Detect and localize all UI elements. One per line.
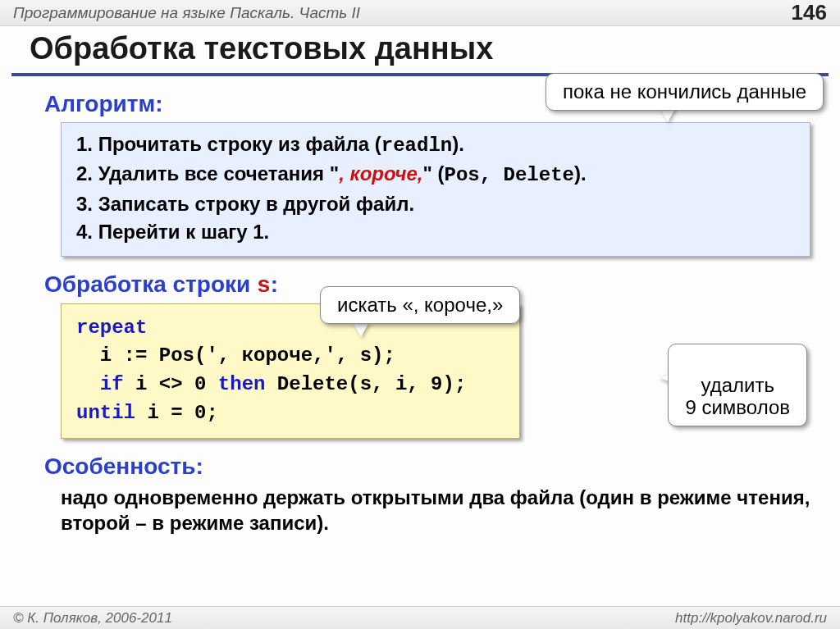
title-row: Обработка текстовых данных (0, 26, 840, 71)
var-s: s (257, 273, 271, 299)
code-inline: Delete (504, 164, 574, 186)
keyword-repeat: repeat (76, 317, 147, 339)
code-text: Delete(s, i, 9); (265, 373, 466, 395)
callout-search: искать «, короче,» (320, 286, 520, 324)
section-feature-label: Особенность: (44, 454, 817, 480)
algo-step-4: 4. Перейти к шагу 1. (76, 219, 795, 245)
callout-text: искать «, короче,» (337, 294, 503, 316)
algo-step-3: 3. Записать строку в другой файл. (76, 191, 795, 217)
keyword-if: if (100, 373, 124, 395)
callout-loop-condition: пока не кончились данные (546, 73, 824, 111)
text: ). (452, 133, 464, 155)
code-line: i := Pos(', короче,', s); (76, 344, 395, 367)
content-area: пока не кончились данные Алгоритм: 1. Пр… (0, 76, 840, 536)
text: , (480, 164, 504, 186)
footer-bar: © К. Поляков, 2006-2011 http://kpolyakov… (0, 606, 840, 629)
code-inline: Pos (445, 164, 480, 186)
page-title: Обработка текстовых данных (30, 31, 817, 66)
code-inline: readln (381, 134, 452, 157)
text: 2. Удалить все сочетания " (76, 162, 339, 185)
code-indent (76, 373, 100, 395)
algo-step-1: 1. Прочитать строку из файла (readln). (76, 131, 795, 159)
callout-text: пока не кончились данные (563, 80, 806, 103)
emphasis-phrase: , короче, (339, 162, 422, 185)
callout-delete: удалить 9 символов (668, 344, 807, 426)
algorithm-box: 1. Прочитать строку из файла (readln). 2… (61, 122, 810, 257)
code-text: i <> 0 (124, 373, 218, 395)
text: : (271, 271, 278, 297)
text: Обработка строки (44, 271, 257, 297)
page-number: 146 (792, 0, 827, 25)
algo-step-2: 2. Удалить все сочетания ", короче," (Po… (76, 161, 795, 189)
text: ). (574, 162, 587, 185)
course-title: Программирование на языке Паскаль. Часть… (13, 4, 360, 22)
text: " ( (422, 162, 444, 185)
callout-text: удалить 9 символов (685, 374, 790, 419)
code-text: i = 0; (135, 402, 218, 424)
feature-text: надо одновременно держать открытыми два … (61, 485, 817, 536)
header-bar: Программирование на языке Паскаль. Часть… (0, 0, 840, 26)
text: 1. Прочитать строку из файла ( (76, 133, 381, 155)
keyword-then: then (218, 373, 266, 395)
copyright: © К. Поляков, 2006-2011 (13, 610, 172, 627)
callout-tail-icon (353, 322, 369, 337)
footer-url: http://kpolyakov.narod.ru (675, 610, 827, 627)
keyword-until: until (76, 402, 135, 424)
